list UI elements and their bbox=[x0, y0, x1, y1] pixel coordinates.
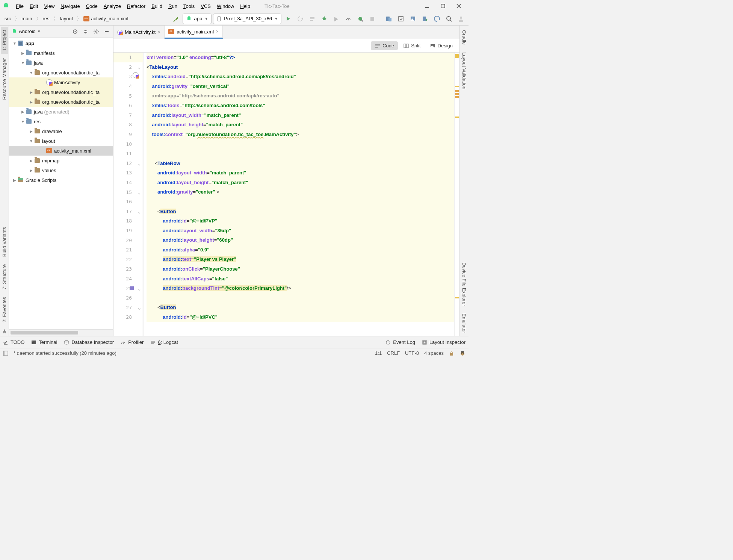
menu-edit[interactable]: Edit bbox=[27, 2, 41, 11]
sdk-manager-icon[interactable] bbox=[396, 14, 406, 24]
gutter-line[interactable]: 5 bbox=[113, 91, 143, 101]
rail-build-variants[interactable]: Build Variants bbox=[1, 224, 8, 260]
menu-build[interactable]: Build bbox=[148, 2, 165, 11]
tab-activity-main[interactable]: activity_main.xml× bbox=[165, 26, 223, 39]
gutter-line[interactable]: 3 bbox=[113, 72, 143, 82]
status-caret[interactable]: 1:1 bbox=[375, 350, 382, 356]
gutter-line[interactable]: 10 bbox=[113, 139, 143, 149]
tree-pkg3[interactable]: org.nuevofoundation.tic_ta bbox=[9, 97, 113, 107]
tree-mainactivity[interactable]: MainActivity bbox=[9, 77, 113, 87]
device-selector[interactable]: Pixel_3a_API_30_x86 ▼ bbox=[213, 14, 281, 24]
debug-button[interactable] bbox=[319, 14, 329, 24]
tree-pkg2[interactable]: org.nuevofoundation.tic_ta bbox=[9, 87, 113, 97]
gutter-line[interactable]: 15 bbox=[113, 187, 143, 197]
gutter-line[interactable]: 19 bbox=[113, 226, 143, 236]
gutter-line[interactable]: 11 bbox=[113, 149, 143, 159]
resource-manager-icon[interactable] bbox=[408, 14, 418, 24]
gutter-line[interactable]: 24 bbox=[113, 274, 143, 284]
tree-drawable[interactable]: drawable bbox=[9, 126, 113, 136]
rail-favorites[interactable]: 2: Favorites bbox=[1, 294, 8, 325]
search-everywhere-icon[interactable] bbox=[444, 14, 454, 24]
code-editor[interactable]: 1234567891011121314151617181920212223242… bbox=[113, 53, 459, 336]
tree-layout[interactable]: layout bbox=[9, 136, 113, 146]
user-avatar-icon[interactable] bbox=[456, 14, 466, 24]
gutter-line[interactable]: 1 bbox=[113, 53, 143, 62]
gutter-line[interactable]: 22 bbox=[113, 254, 143, 264]
rail-layout-validation[interactable]: Layout Validation bbox=[461, 49, 468, 92]
menu-run[interactable]: Run bbox=[165, 2, 180, 11]
readonly-lock-icon[interactable] bbox=[449, 351, 454, 356]
avd-manager-icon[interactable] bbox=[384, 14, 394, 24]
mode-code[interactable]: Code bbox=[371, 41, 398, 50]
breadcrumb-item[interactable]: layout bbox=[58, 15, 76, 23]
tree-app[interactable]: app bbox=[9, 38, 113, 48]
gutter-line[interactable]: 7 bbox=[113, 110, 143, 120]
status-linesep[interactable]: CRLF bbox=[387, 350, 400, 356]
apply-changes-icon[interactable] bbox=[295, 14, 305, 24]
hide-panel-icon[interactable] bbox=[103, 27, 111, 36]
settings-gear-icon[interactable] bbox=[92, 27, 100, 36]
breadcrumb-item[interactable]: main bbox=[19, 15, 34, 23]
tree-gradle-scripts[interactable]: Gradle Scripts bbox=[9, 175, 113, 185]
layout-inspector-icon[interactable] bbox=[420, 14, 430, 24]
project-tree[interactable]: app manifests java org.nuevofoundation.t… bbox=[9, 38, 113, 329]
tool-terminal[interactable]: Terminal bbox=[31, 339, 57, 345]
run-config-selector[interactable]: app ▼ bbox=[183, 14, 212, 24]
gutter-line[interactable]: 16 bbox=[113, 197, 143, 207]
tool-layout-inspector[interactable]: Layout Inspector bbox=[422, 339, 465, 345]
tree-pkg1[interactable]: org.nuevofoundation.tic_ta bbox=[9, 68, 113, 77]
breadcrumb-item[interactable]: res bbox=[41, 15, 52, 23]
apply-code-icon[interactable] bbox=[307, 14, 317, 24]
tool-logcat[interactable]: 6: Logcat bbox=[150, 339, 178, 345]
profiler-icon[interactable] bbox=[343, 14, 354, 24]
rail-gradle[interactable]: Gradle bbox=[461, 27, 468, 48]
gutter-line[interactable]: 13 bbox=[113, 168, 143, 178]
tree-java[interactable]: java bbox=[9, 58, 113, 68]
rail-project[interactable]: 1: Project bbox=[1, 27, 8, 54]
gutter-line[interactable]: 6 bbox=[113, 101, 143, 110]
tool-windows-icon[interactable] bbox=[3, 351, 8, 356]
status-indent[interactable]: 4 spaces bbox=[424, 350, 444, 356]
error-stripe[interactable] bbox=[454, 53, 459, 336]
menu-view[interactable]: View bbox=[41, 2, 57, 11]
menu-refactor[interactable]: Refactor bbox=[124, 2, 148, 11]
gutter-line[interactable]: 14 bbox=[113, 178, 143, 188]
project-view-selector[interactable]: Android ▼ bbox=[11, 29, 41, 35]
tree-mipmap[interactable]: mipmap bbox=[9, 156, 113, 165]
breadcrumb-item[interactable]: activity_main.xml bbox=[81, 15, 130, 23]
sync-gradle-icon[interactable] bbox=[432, 14, 442, 24]
gutter[interactable]: 1234567891011121314151617181920212223242… bbox=[113, 53, 144, 336]
gutter-line[interactable]: 26 bbox=[113, 293, 143, 303]
attach-debugger-icon[interactable] bbox=[355, 14, 366, 24]
run-button[interactable] bbox=[283, 14, 293, 24]
gutter-line[interactable]: 27 bbox=[113, 303, 143, 312]
tree-manifests[interactable]: manifests bbox=[9, 48, 113, 58]
tree-activity-main[interactable]: activity_main.xml bbox=[9, 146, 113, 156]
rail-structure[interactable]: 7: Structure bbox=[1, 261, 8, 292]
gutter-line[interactable]: 18 bbox=[113, 216, 143, 226]
menu-vcs[interactable]: VCS bbox=[198, 2, 214, 11]
gutter-line[interactable]: 20 bbox=[113, 235, 143, 245]
select-opened-file-icon[interactable] bbox=[71, 27, 79, 36]
project-hscroll[interactable] bbox=[9, 329, 113, 336]
gutter-line[interactable]: 4 bbox=[113, 82, 143, 91]
close-icon[interactable]: × bbox=[158, 30, 160, 35]
rail-resource-manager[interactable]: Resource Manager bbox=[1, 55, 8, 103]
menu-navigate[interactable]: Navigate bbox=[57, 2, 83, 11]
stop-button[interactable] bbox=[367, 14, 378, 24]
build-hammer-icon[interactable] bbox=[171, 14, 181, 24]
ide-mascot-icon[interactable] bbox=[459, 350, 465, 356]
menu-code[interactable]: Code bbox=[83, 2, 101, 11]
tree-values[interactable]: values bbox=[9, 165, 113, 175]
tree-res[interactable]: res bbox=[9, 117, 113, 126]
expand-all-icon[interactable] bbox=[82, 27, 90, 36]
minimize-button[interactable] bbox=[420, 1, 435, 11]
close-button[interactable] bbox=[451, 1, 466, 11]
gutter-line[interactable]: 8 bbox=[113, 120, 143, 130]
code-content[interactable]: xml version="1.0" encoding="utf-8"?> <Ta… bbox=[144, 53, 454, 336]
menu-analyze[interactable]: Analyze bbox=[101, 2, 124, 11]
tool-todo[interactable]: TODO bbox=[3, 339, 24, 345]
tool-event-log[interactable]: Event Log bbox=[385, 339, 415, 345]
mode-design[interactable]: Design bbox=[426, 41, 456, 50]
gutter-line[interactable]: 17 bbox=[113, 207, 143, 216]
